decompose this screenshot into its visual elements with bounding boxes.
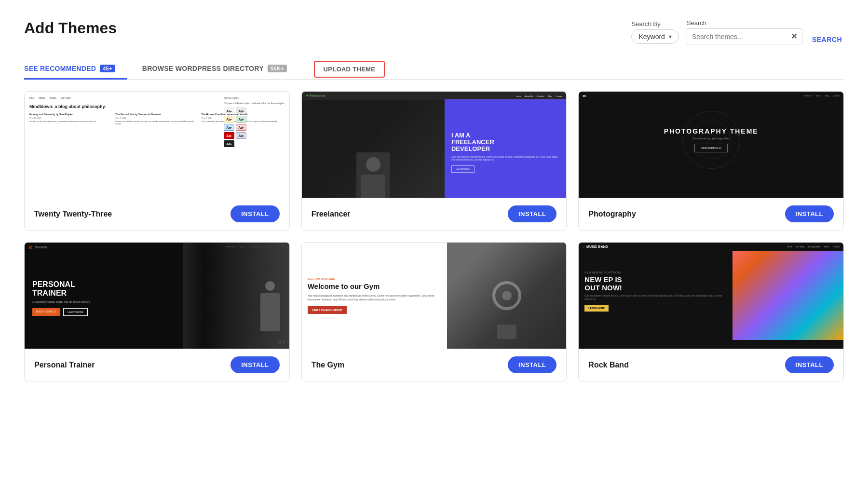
header: Add Themes Search By Keyword ▾ Search ✕ … (24, 19, 844, 44)
page-title: Add Themes (24, 19, 117, 37)
learn-more-btn: LEARN MORE (451, 165, 475, 173)
search-button[interactable]: SEARCH (810, 36, 844, 43)
music-nav-bar: ♫ MUSIC BAND Home Our Story Discography … (579, 243, 843, 251)
freelancer-content: I AM AFREELANCERDEVELOPER Click edit but… (302, 99, 567, 198)
tab-upload-label: UPLOAD THEME (324, 66, 376, 73)
install-button-trainer[interactable]: INSTALL (231, 356, 279, 373)
theme-preview-rockband: ♫ MUSIC BAND Home Our Story Discography … (579, 243, 843, 349)
freelance-nav-bar: ✦ Freelance Home About Me Portfolio Blog… (302, 92, 567, 100)
theme-footer-freelancer: Freelancer INSTALL (302, 198, 567, 230)
freelancer-photo-area (302, 99, 445, 198)
tab-recommended-badge: 45+ (100, 65, 115, 72)
photography-text: PHOTOGRAPHY THEME Award winning photogra… (664, 127, 759, 152)
tab-recommended[interactable]: SEE RECOMMENDED 45+ (24, 59, 127, 80)
gym-image-area (447, 243, 566, 349)
view-portfolio-btn: View portfolio (694, 144, 728, 152)
theme-footer-gym: The Gym INSTALL (302, 349, 567, 381)
search-input-group: Search ✕ (687, 19, 802, 44)
keyword-value: Keyword (638, 33, 665, 41)
keyword-select[interactable]: Keyword ▾ (631, 29, 678, 44)
tab-upload[interactable]: UPLOAD THEME (314, 61, 385, 78)
search-by-group: Search By Keyword ▾ (631, 20, 678, 44)
theme-preview-gym: SECTION OVERLINE Welcome to our Gym Kale… (302, 243, 567, 349)
install-button-photography[interactable]: INSTALL (785, 205, 834, 222)
theme-preview-trainer: Trainer HOMEPAGE BLOG MY SERVICES ABOUT … (25, 243, 289, 349)
theme-name-photography: Photography (588, 210, 636, 218)
theme-card-trainer: Trainer HOMEPAGE BLOG MY SERVICES ABOUT … (24, 242, 290, 381)
theme-card-freelancer: ✦ Freelance Home About Me Portfolio Blog… (301, 91, 567, 231)
theme-card-rockband: ♫ MUSIC BAND Home Our Story Discography … (578, 242, 844, 381)
install-button-gym[interactable]: INSTALL (508, 356, 556, 373)
theme-preview-freelancer: ✦ Freelance Home About Me Portfolio Blog… (302, 92, 567, 198)
book-service-btn: BOOK A SERVICE (32, 308, 60, 316)
find-training-btn: FIND A TRAINING GROUP (308, 306, 347, 314)
freelancer-hero-text: I AM AFREELANCERDEVELOPER Click edit but… (445, 99, 566, 198)
theme-name-rockband: Rock Band (588, 361, 629, 369)
rockband-content: NEW ALBUM IS OUT NOW! NEW EP ISOUT NOW! … (579, 243, 843, 340)
theme-card-gym: SECTION OVERLINE Welcome to our Gym Kale… (301, 242, 567, 381)
search-input-wrapper: ✕ (687, 28, 802, 44)
chevron-down-icon: ▾ (669, 33, 672, 40)
theme-name-twentytwentythree: Twenty Twenty-Three (34, 210, 112, 218)
search-area: Search By Keyword ▾ Search ✕ SEARCH (631, 19, 844, 44)
search-input-label: Search (687, 19, 802, 27)
person-silhouette (356, 152, 390, 198)
theme-footer-photography: Photography INSTALL (579, 198, 843, 230)
theme-name-gym: The Gym (312, 361, 344, 369)
rockband-gradient-panel (732, 243, 843, 340)
page-wrapper: Add Themes Search By Keyword ▾ Search ✕ … (0, 0, 868, 489)
rockband-text: NEW ALBUM IS OUT NOW! NEW EP ISOUT NOW! … (579, 243, 732, 340)
search-by-label: Search By (631, 20, 678, 27)
theme-footer-twentytwentythree: Twenty Twenty-Three INSTALL (25, 198, 289, 230)
install-button-freelancer[interactable]: INSTALL (508, 205, 556, 222)
theme-name-freelancer: Freelancer (312, 210, 351, 218)
theme-preview-twentytwentythree: FT3 About Books All Posts Browse styles … (25, 92, 289, 198)
tab-directory-label: BROWSE WORDPRESS DIRECTORY (142, 65, 264, 72)
gym-text-area: SECTION OVERLINE Welcome to our Gym Kale… (302, 243, 448, 349)
tt3-headline: Mindblown: a blog about philosophy. (29, 104, 170, 109)
theme-footer-rockband: Rock Band INSTALL (579, 349, 843, 381)
tab-directory[interactable]: BROWSE WORDPRESS DIRECTORY 55K+ (142, 59, 298, 80)
browse-styles-panel: Browse styles Choose a different style c… (224, 96, 285, 147)
theme-footer-trainer: Personal Trainer INSTALL (25, 349, 289, 381)
tab-recommended-label: SEE RECOMMENDED (24, 65, 96, 72)
theme-card-photography: 99 Portfolio ▾ About Blog Contact (578, 91, 844, 231)
tab-directory-badge: 55K+ (268, 65, 287, 72)
trainer-right-image: DY+ (183, 243, 289, 349)
clear-icon[interactable]: ✕ (791, 32, 797, 41)
install-button-rockband[interactable]: INSTALL (785, 356, 834, 373)
search-input[interactable] (692, 33, 788, 41)
learn-more-rockband-btn: LEARN MORE (584, 305, 609, 312)
theme-card-twentytwentythree: FT3 About Books All Posts Browse styles … (24, 91, 290, 231)
themes-grid: FT3 About Books All Posts Browse styles … (24, 91, 844, 381)
theme-preview-photography: 99 Portfolio ▾ About Blog Contact (579, 92, 843, 198)
theme-name-trainer: Personal Trainer (34, 361, 95, 369)
photography-hero: PHOTOGRAPHY THEME Award winning photogra… (579, 92, 843, 188)
install-button-twentytwentythree[interactable]: INSTALL (231, 205, 279, 222)
tabs-row: SEE RECOMMENDED 45+ BROWSE WORDPRESS DIR… (24, 59, 844, 80)
style-samples: Aa• Aa• Aa• Aa• Aa• Aa• (224, 108, 285, 147)
learn-more-btn: LEARN MORE (63, 308, 88, 316)
